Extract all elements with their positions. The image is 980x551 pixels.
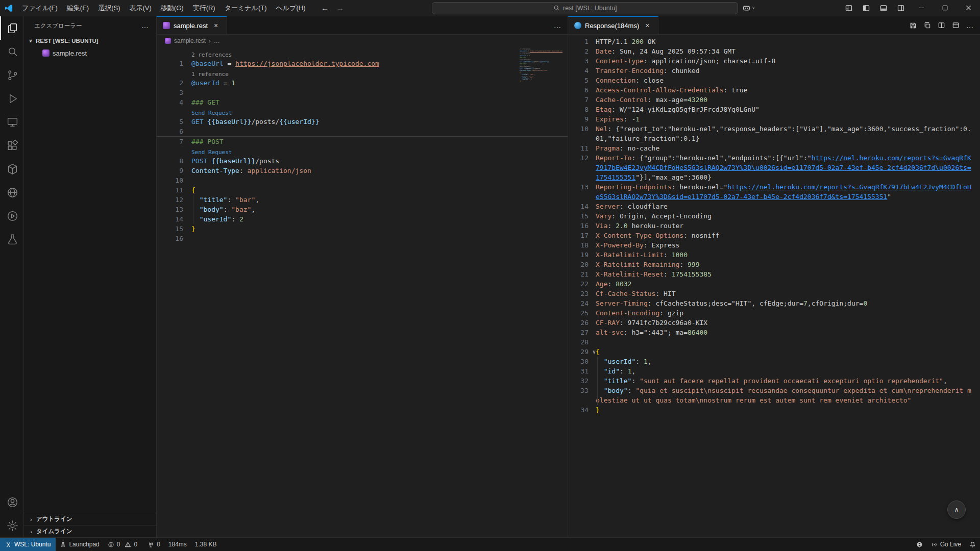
launchpad-button[interactable]: Launchpad [56,538,103,551]
breadcrumb-file[interactable]: sample.rest [174,37,206,44]
split-editor-icon[interactable] [935,19,947,32]
code-line[interactable]: 4Transfer-Encoding: chunked [568,66,980,76]
code-line[interactable]: 2Date: Sun, 24 Aug 2025 09:57:34 GMT [568,46,980,56]
outline-panel-header[interactable]: › アウトライン [24,513,156,525]
code-line[interactable]: 20X-Ratelimit-Remaining: 999 [568,260,980,269]
references-codelens[interactable]: 2 references [191,51,232,59]
code-line[interactable]: 9Expires: -1 [568,114,980,124]
send-request-codelens[interactable]: Send Request [191,148,232,156]
go-live-button[interactable]: Go Live [927,538,965,551]
code-line[interactable]: 29∨{ [568,347,980,357]
code-line[interactable]: 17X-Content-Type-Options: nosniff [568,231,980,240]
code-line[interactable]: 15} [157,224,568,234]
code-line[interactable]: 26CF-RAY: 9741fc7b29cc96a0-KIX [568,318,980,328]
code-line[interactable]: 24Server-Timing: cfCacheStatus;desc="HIT… [568,298,980,308]
menu-run[interactable]: 実行(R) [188,2,220,15]
response-size-item[interactable]: 1.38 KB [191,538,221,551]
copy-icon[interactable] [921,19,933,32]
search-box[interactable]: rest [WSL: Ubuntu] [432,2,738,14]
activitybar-item-live-share[interactable] [0,181,23,204]
code-line[interactable]: 32 "title": "sunt aut facere repellat pr… [568,376,980,386]
send-request-codelens[interactable]: Send Request [191,109,232,117]
menu-selection[interactable]: 選択(S) [93,2,125,15]
timeline-panel-header[interactable]: › タイムライン [24,525,156,537]
activitybar-item-extensions[interactable] [0,134,23,157]
code-line[interactable]: 13 "body": "baz", [157,205,568,214]
code-line[interactable]: 23Cf-Cache-Status: HIT [568,289,980,298]
code-line[interactable]: 15Vary: Origin, Accept-Encoding [568,211,980,221]
code-line[interactable]: 4### GET [157,97,568,107]
code-line[interactable]: 22Age: 8032 [568,279,980,289]
code-line[interactable]: 18X-Powered-By: Express [568,240,980,250]
activitybar-item-account[interactable] [0,490,23,514]
code-line[interactable]: 31 "id": 1, [568,366,980,376]
activitybar-item-search[interactable] [0,40,23,63]
code-line[interactable]: 8Etag: W/"124-yiKdLzqO5gfBrJFrcdJ8Yq0LGn… [568,105,980,114]
code-line[interactable]: 34} [568,405,980,415]
code-line[interactable]: 16 [157,234,568,243]
code-line[interactable]: 14 "userId": 2 [157,214,568,224]
code-line[interactable]: 2@userId = 1 [157,78,568,88]
toggle-secondary-sidebar-icon[interactable] [892,0,910,16]
breadcrumb-symbol[interactable]: … [214,37,220,44]
activitybar-item-explorer[interactable] [0,16,23,40]
activitybar-item-testing[interactable] [0,228,23,251]
breadcrumb[interactable]: sample.rest › … [157,35,568,47]
code-line[interactable]: 6 [157,127,568,137]
code-line[interactable]: 1HTTP/1.1 200 OK [568,37,980,46]
code-line[interactable]: 21X-Ratelimit-Reset: 1754155385 [568,269,980,279]
close-button[interactable] [957,0,980,16]
code-line[interactable]: 7Cache-Control: max-age=43200 [568,95,980,105]
notifications-bell[interactable] [965,538,980,551]
code-line[interactable]: 27alt-svc: h3=":443"; ma=86400 [568,328,980,337]
activitybar-item-source-control[interactable] [0,63,23,87]
workspace-section-header[interactable]: ∨ REST [WSL: UBUNTU] [24,35,156,47]
problems-button[interactable]: 0 0 [104,538,143,551]
code-line[interactable]: 10Nel: {"report_to":"heroku-nel","respon… [568,124,980,143]
minimize-button[interactable] [910,0,933,16]
activitybar-item-docker[interactable] [0,157,23,181]
code-line[interactable]: 33 "body": "quia et suscipit\nsuscipit r… [568,386,980,405]
activitybar-item-run-debug[interactable] [0,87,23,110]
code-line[interactable]: 7### POST [157,137,568,146]
code-line[interactable]: 12 "title": "bar", [157,195,568,205]
code-line[interactable]: 11Pragma: no-cache [568,143,980,153]
code-line[interactable]: 25Content-Encoding: gzip [568,308,980,318]
close-icon[interactable]: × [643,21,652,30]
code-line[interactable]: 5Connection: close [568,76,980,85]
menu-help[interactable]: ヘルプ(H) [272,2,310,15]
code-line[interactable]: 5GET {{baseUrl}}/posts/{{userId}} [157,117,568,127]
response-time-item[interactable]: 184ms [164,538,191,551]
toggle-panel-icon[interactable] [875,0,892,16]
code-line[interactable]: 1@baseUrl = https://jsonplaceholder.typi… [157,59,568,68]
toggle-layout-icon[interactable] [949,19,962,32]
copilot-button[interactable]: ∨ [742,4,755,12]
more-actions-icon[interactable]: … [141,21,149,30]
activitybar-item-run-circle[interactable] [0,204,23,228]
code-line[interactable]: 19X-Ratelimit-Limit: 1000 [568,250,980,260]
more-actions-icon[interactable]: … [551,19,564,32]
tab-sample-rest[interactable]: sample.rest × [157,16,227,34]
code-line[interactable]: 13Reporting-Endpoints: heroku-nel="https… [568,182,980,202]
file-item-sample-rest[interactable]: sample.rest [24,47,156,59]
activitybar-item-remote-explorer[interactable] [0,110,23,134]
references-codelens[interactable]: 1 reference [191,70,229,78]
code-line[interactable]: 28 [568,337,980,347]
code-line[interactable]: 16Via: 2.0 heroku-router [568,221,980,231]
tab-response[interactable]: Response(184ms) × [568,16,658,34]
menu-terminal[interactable]: ターミナル(T) [220,2,272,15]
remote-indicator[interactable]: WSL: Ubuntu [0,538,56,551]
menu-edit[interactable]: 編集(E) [62,2,93,15]
scroll-to-top-button[interactable]: ∧ [947,500,966,519]
menu-view[interactable]: 表示(V) [125,2,156,15]
code-line[interactable]: 10 [157,176,568,185]
code-line[interactable]: 8POST {{baseUrl}}/posts [157,156,568,166]
code-line[interactable]: 3Content-Type: application/json; charset… [568,56,980,66]
browser-preview-button[interactable] [912,538,927,551]
url-link[interactable]: https://jsonplaceholder.typicode.com [235,60,379,67]
maximize-button[interactable] [933,0,957,16]
code-line[interactable]: 12Report-To: {"group":"heroku-nel","endp… [568,153,980,182]
editor-response[interactable]: 1HTTP/1.1 200 OK2Date: Sun, 24 Aug 2025 … [568,35,980,537]
code-line[interactable]: 11{ [157,185,568,195]
close-icon[interactable]: × [211,21,220,30]
